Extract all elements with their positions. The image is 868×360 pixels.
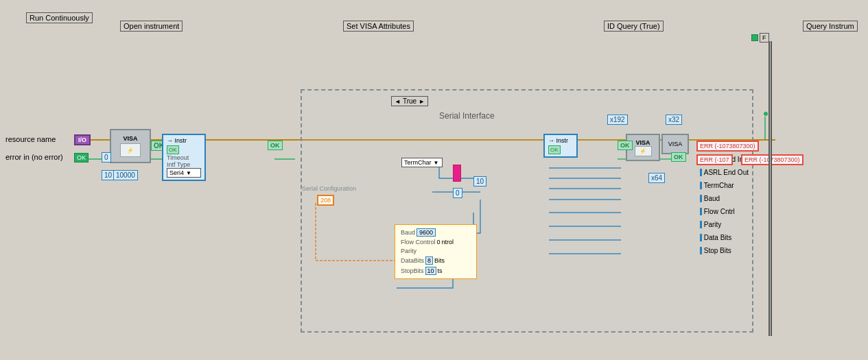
x192-block: x192 bbox=[607, 115, 628, 125]
id-query-led bbox=[751, 34, 758, 41]
termchar-dropdown[interactable]: TermChar bbox=[401, 158, 443, 167]
diagram-area: Run Continuously Open instrument Set VIS… bbox=[0, 0, 868, 360]
x64-block: x64 bbox=[648, 173, 665, 183]
run-continuously-label[interactable]: Run Continuously bbox=[26, 12, 93, 23]
instr-block-1: → Instr OK Timeout Intf Type Seri4 bbox=[162, 134, 206, 181]
open-instrument-label: Open instrument bbox=[120, 21, 183, 32]
query-instrument-label: Query Instrum bbox=[803, 21, 858, 32]
serial-dropdown[interactable]: Seri4 bbox=[167, 168, 201, 178]
serial-interface-box: ◄ True ► Serial Interface x192 x32 TermC… bbox=[301, 89, 753, 333]
id-query-label: ID Query (True) bbox=[604, 21, 664, 32]
pink-block-1 bbox=[453, 165, 461, 182]
id-query-block: F bbox=[751, 33, 769, 43]
true-selector[interactable]: ◄ True ► bbox=[391, 96, 428, 106]
ok-after-instr1: OK bbox=[268, 141, 283, 150]
serial-interface-label: Serial Interface bbox=[439, 111, 495, 121]
visa-block-3: VISA bbox=[661, 134, 689, 154]
error-in-terminal: OK bbox=[74, 153, 89, 163]
num-0-block: 0 bbox=[102, 152, 111, 163]
set-visa-attributes-label: Set VISA Attributes bbox=[343, 21, 414, 32]
green-dot bbox=[764, 112, 768, 116]
id-query-f: F bbox=[760, 33, 769, 43]
instr-block-2: → Instr OK bbox=[543, 134, 578, 158]
orange-value: 208 bbox=[317, 195, 334, 206]
error-block-2: ERR (-107 bbox=[696, 154, 733, 165]
error-block-3: ERR (-1073807300) bbox=[741, 154, 804, 165]
x32-block: x32 bbox=[666, 115, 682, 125]
num-0-inner: 0 bbox=[453, 188, 462, 198]
ok-after-instr2: OK bbox=[618, 141, 633, 150]
serial-config-text: Serial Configuration bbox=[302, 185, 356, 192]
resource-name-terminal: I/O bbox=[74, 134, 91, 145]
ok-right: OK bbox=[671, 152, 686, 162]
error-in-label: error in (no error) bbox=[5, 153, 63, 161]
config-cluster: Baud 9600 Flow Control 0 ntrol Parity Da… bbox=[395, 224, 477, 279]
num-10000: 10000 bbox=[113, 170, 138, 180]
right-labels: ASRL End In ASRL End Out TermChar Baud F… bbox=[700, 156, 749, 254]
visa-block-1: VISA ⚡ bbox=[110, 129, 151, 163]
error-block-1: ERR (-1073807300) bbox=[696, 141, 759, 152]
resource-name-label: resource name bbox=[5, 135, 56, 143]
num-10-inner: 10 bbox=[473, 176, 486, 187]
right-panel-border bbox=[769, 41, 772, 336]
